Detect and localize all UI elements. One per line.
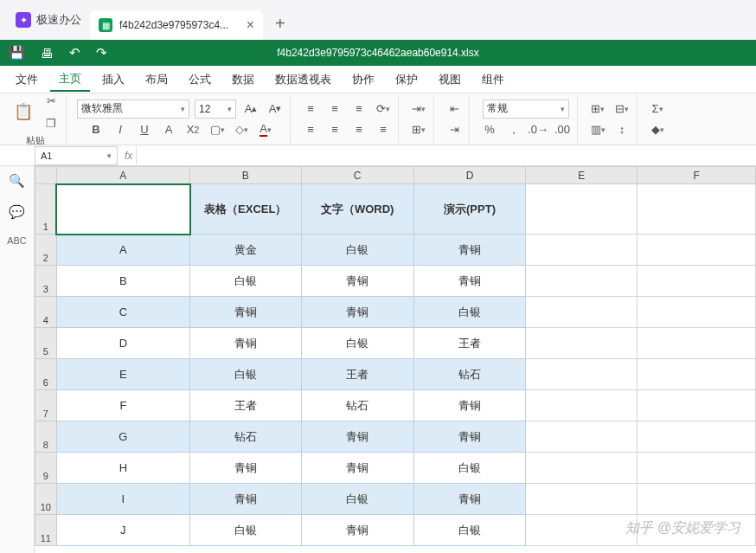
align-middle-icon[interactable]: ≡: [325, 100, 344, 119]
cell-E2[interactable]: [526, 235, 637, 266]
cell-E6[interactable]: [526, 359, 637, 390]
print-icon[interactable]: 🖶: [41, 46, 54, 61]
cell-F5[interactable]: [637, 328, 756, 359]
cell-F2[interactable]: [637, 235, 756, 266]
name-box[interactable]: A1▾: [35, 146, 118, 165]
menu-组件[interactable]: 组件: [473, 68, 513, 91]
decrease-indent-icon[interactable]: ⇤: [445, 100, 464, 119]
cell-B5[interactable]: 青铜: [190, 328, 302, 359]
cell-C3[interactable]: 青铜: [301, 266, 413, 297]
undo-icon[interactable]: ↶: [69, 45, 80, 61]
copy-icon[interactable]: ❐: [42, 113, 61, 132]
cell-A6[interactable]: E: [56, 359, 189, 390]
cell-E4[interactable]: [526, 297, 637, 328]
cell-C4[interactable]: 青铜: [301, 297, 413, 328]
row-header-1[interactable]: 1: [35, 184, 57, 235]
col-header-E[interactable]: E: [526, 167, 637, 184]
col-header-C[interactable]: C: [301, 167, 413, 184]
new-tab-button[interactable]: +: [263, 14, 298, 34]
cell-E8[interactable]: [526, 421, 637, 453]
redo-icon[interactable]: ↷: [96, 45, 107, 61]
search-icon[interactable]: 🔍: [9, 173, 25, 189]
underline-button[interactable]: U: [135, 120, 154, 139]
align-justify-icon[interactable]: ≡: [374, 120, 393, 139]
cell-D3[interactable]: 青铜: [413, 266, 526, 297]
bold-button[interactable]: B: [86, 120, 106, 139]
cell-C8[interactable]: 青铜: [301, 421, 413, 453]
italic-button[interactable]: I: [111, 120, 130, 139]
close-tab-icon[interactable]: ×: [247, 17, 254, 33]
row-header-4[interactable]: 4: [35, 297, 57, 328]
cell-E3[interactable]: [526, 266, 637, 297]
row-height-icon[interactable]: ↕: [612, 120, 631, 139]
col-header-B[interactable]: B: [190, 167, 302, 184]
cell-A11[interactable]: J: [56, 515, 189, 546]
cell-C5[interactable]: 白银: [301, 328, 413, 359]
fx-icon[interactable]: fx: [125, 150, 132, 162]
percent-icon[interactable]: %: [480, 120, 499, 139]
menu-数据透视表[interactable]: 数据透视表: [266, 68, 340, 91]
row-header-2[interactable]: 2: [35, 235, 57, 266]
font-color-clear-icon[interactable]: A: [159, 120, 178, 139]
cell-F11[interactable]: [637, 515, 756, 546]
comment-icon[interactable]: 💬: [9, 204, 25, 220]
cell-A3[interactable]: B: [56, 266, 189, 297]
cell-A10[interactable]: I: [56, 484, 189, 515]
decrease-font-icon[interactable]: A▾: [266, 100, 285, 119]
menu-主页[interactable]: 主页: [50, 68, 90, 92]
menu-布局[interactable]: 布局: [137, 68, 176, 91]
cell-B7[interactable]: 王者: [190, 390, 302, 421]
save-icon[interactable]: 💾: [9, 45, 25, 61]
cell-E1[interactable]: [526, 184, 637, 235]
align-center-icon[interactable]: ≡: [325, 120, 344, 139]
col-header-D[interactable]: D: [413, 167, 526, 184]
cell-C9[interactable]: 青铜: [301, 453, 413, 484]
increase-indent-icon[interactable]: ⇥: [445, 120, 464, 139]
cell-F4[interactable]: [637, 297, 756, 328]
cell-D11[interactable]: 白银: [413, 515, 526, 546]
spellcheck-icon[interactable]: ABC: [7, 235, 27, 246]
number-format-select[interactable]: 常规▾: [483, 100, 569, 119]
cell-F9[interactable]: [637, 453, 756, 484]
fill-color-icon[interactable]: ◇▾: [232, 120, 251, 139]
cell-A1[interactable]: [56, 184, 189, 235]
cell-C10[interactable]: 白银: [301, 484, 413, 515]
cell-B10[interactable]: 青铜: [190, 484, 302, 515]
font-name-select[interactable]: 微软雅黑▾: [77, 100, 189, 119]
cell-D7[interactable]: 青铜: [413, 390, 526, 421]
cell-E5[interactable]: [526, 328, 637, 359]
cell-F6[interactable]: [637, 359, 756, 390]
cell-B9[interactable]: 青铜: [190, 453, 302, 484]
cell-C6[interactable]: 王者: [301, 359, 413, 390]
cell-F3[interactable]: [637, 266, 756, 297]
orientation-icon[interactable]: ⟳▾: [374, 100, 393, 119]
row-header-9[interactable]: 9: [35, 453, 57, 484]
align-top-icon[interactable]: ≡: [301, 100, 320, 119]
font-color-icon[interactable]: A▾: [256, 120, 275, 139]
paste-button[interactable]: 📋: [10, 96, 36, 127]
row-header-7[interactable]: 7: [35, 390, 57, 421]
cell-D4[interactable]: 白银: [413, 297, 526, 328]
align-bottom-icon[interactable]: ≡: [349, 100, 368, 119]
menu-数据[interactable]: 数据: [223, 68, 263, 91]
font-size-select[interactable]: 12▾: [195, 100, 236, 119]
align-left-icon[interactable]: ≡: [301, 120, 320, 139]
cell-B1[interactable]: 表格（EXCEL）: [190, 184, 302, 235]
row-header-3[interactable]: 3: [35, 266, 57, 297]
menu-文件[interactable]: 文件: [7, 68, 47, 91]
cell-C2[interactable]: 白银: [301, 235, 413, 266]
menu-协作[interactable]: 协作: [343, 68, 383, 91]
merge-cells-icon[interactable]: ⊞▾: [409, 120, 428, 139]
subscript-icon[interactable]: X2: [183, 120, 202, 139]
menu-保护[interactable]: 保护: [387, 68, 426, 91]
cell-E11[interactable]: [526, 515, 637, 546]
cell-D1[interactable]: 演示(PPT): [413, 184, 526, 235]
cell-F10[interactable]: [637, 484, 756, 515]
cell-D6[interactable]: 钻石: [413, 359, 526, 390]
cell-F1[interactable]: [637, 184, 756, 235]
cell-C7[interactable]: 钻石: [301, 390, 413, 421]
cell-B4[interactable]: 青铜: [190, 297, 302, 328]
cell-C1[interactable]: 文字（WORD): [301, 184, 413, 235]
cell-A5[interactable]: D: [56, 328, 189, 359]
cell-A7[interactable]: F: [56, 390, 189, 421]
